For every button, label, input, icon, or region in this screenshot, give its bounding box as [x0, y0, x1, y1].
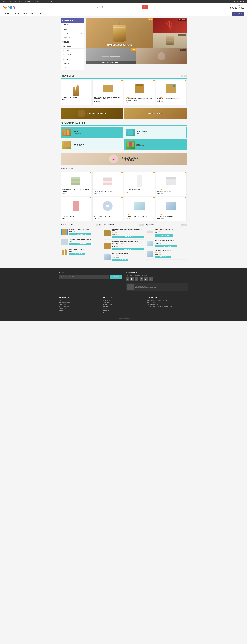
wish-list-link[interactable]: WISH LIST (0): [14, 1, 23, 2]
product-price-wrapper: 40$ 50$: [158, 192, 185, 194]
pop-cat-cardboard[interactable]: CARDBOARD 5 PRODUCTS: [60, 139, 123, 150]
pinterest-icon[interactable]: P: [140, 277, 143, 281]
footer-email[interactable]: info@demosite.org: [147, 304, 188, 305]
add-to-cart-button[interactable]: 🛒 ADD TO CART: [155, 245, 177, 247]
footer-link-specials[interactable]: Specials: [103, 312, 144, 314]
sidebar-item-bags[interactable]: BAGS: [61, 27, 84, 32]
product-price: 72$: [94, 218, 97, 220]
next-button[interactable]: ▶: [184, 224, 186, 226]
footer-phone: 000 2345 6789: [147, 302, 188, 303]
subscribe-button[interactable]: SUBSCRIBE: [110, 275, 122, 279]
add-to-cart-button[interactable]: 🛒 ADD TO CART: [155, 256, 171, 258]
sidebar-item-party[interactable]: PARTY: [61, 66, 84, 70]
add-to-cart-button[interactable]: 🛒 ADD TO CART: [112, 248, 144, 250]
search-input[interactable]: [96, 5, 142, 9]
google-plus-icon[interactable]: G+: [130, 277, 134, 281]
footer-link-gift-certs[interactable]: Gift Certificates: [103, 304, 144, 305]
footer-link-blog[interactable]: Blog: [59, 312, 100, 314]
footer-link-order-history[interactable]: Order History: [103, 302, 144, 303]
footer: NEWSLETTER SUBSCRIBE GET CONNECTED Like,…: [0, 268, 247, 321]
sidebar-item-holiday[interactable]: HOLIDAY ►: [61, 48, 84, 53]
paper-boxes-banner[interactable]: Paper Boxes: [153, 33, 186, 48]
pop-cat-tissues[interactable]: TISSUES 4 PRODUCTS: [60, 127, 123, 138]
next-button[interactable]: ▶: [141, 224, 144, 226]
sidebar-item-food-bakery[interactable]: FOOD / BAKERY: [61, 44, 84, 48]
product-name: CORRUGATED PAPER: [62, 96, 90, 98]
logo[interactable]: MARKET PAPER: [2, 4, 15, 10]
footer-link-privacy[interactable]: Privacy Policy: [59, 304, 100, 305]
sale-badge: [90, 172, 91, 173]
gift-wrap-banner[interactable]: Gift Wrap: [136, 48, 186, 64]
youtube-icon[interactable]: ▶: [144, 277, 148, 281]
prev-button[interactable]: ◀: [96, 224, 98, 226]
holiday-banner[interactable]: 🌸 HOLIDAY BASKETS GIFT BOX: [60, 153, 186, 165]
next-button[interactable]: ▶: [98, 224, 101, 226]
my-account-link[interactable]: MY ACCOUNT: [2, 1, 12, 2]
add-to-cart-button[interactable]: 🛒 ADD TO CART: [70, 243, 92, 245]
main-banner[interactable]: GIFT PACKAGING SUPPLIES SALE: [86, 18, 153, 48]
prev-button[interactable]: ◀: [138, 224, 141, 226]
food-bakery-promo[interactable]: 🍎 FOOD / BAKERY BOXES: [60, 108, 123, 119]
bubble-image: [166, 202, 176, 210]
sidebar-item-tissues[interactable]: TISSUES: [61, 40, 84, 44]
section-header-popular: POPULAR CATEGORIES: [60, 122, 186, 126]
mini-product-price: 64$: [112, 246, 115, 248]
add-to-cart-button[interactable]: 🛒 ADD TO CART: [70, 253, 85, 255]
checkout-link[interactable]: CHECKOUT: [44, 1, 52, 2]
add-to-cart-button[interactable]: 🛒 ADD TO CART: [155, 234, 174, 236]
cart-button[interactable]: 🛒 CART: 0: [232, 12, 244, 16]
currency-selector[interactable]: $ USD: [240, 1, 244, 2]
sidebar-item-boxes[interactable]: BOXES: [61, 23, 84, 27]
footer-link-vouchers[interactable]: Vouchers: [103, 310, 144, 312]
newsletter-input[interactable]: [59, 275, 109, 279]
envelopes-image: [71, 176, 80, 185]
mini-product-old-price: 22$: [116, 234, 118, 235]
next-button[interactable]: ▶: [184, 75, 186, 77]
gift-wrap-tag: Gift Wrap: [180, 49, 186, 51]
footer-link-wish-list[interactable]: Wish List: [103, 306, 144, 307]
top-rated-title: TOP RATED ◀ ▶: [104, 224, 144, 227]
footer-link-terms[interactable]: Terms & Conditions: [59, 306, 100, 307]
prev-button[interactable]: ◀: [181, 75, 183, 77]
footer-account-title: MY ACCOUNT: [103, 297, 144, 298]
footer-link-brands[interactable]: Brands: [103, 308, 144, 310]
bubble-mini: [104, 254, 110, 260]
mini-product-name: CORRUGATED PAPER: [70, 248, 85, 250]
facebook-icon[interactable]: f: [149, 277, 152, 281]
sidebar-item-floral[interactable]: FLORAL: [61, 57, 84, 62]
prev-button[interactable]: ◀: [182, 224, 184, 226]
sidebar-item-gift-wrap[interactable]: GIFT WRAP: [61, 36, 84, 40]
footer-link-returns[interactable]: Returns: [59, 310, 100, 312]
foil-strip: [102, 56, 109, 56]
mini-product-image: [104, 254, 111, 261]
search-button[interactable]: 🔍: [142, 5, 148, 9]
bubble-wrap-mini: [61, 239, 68, 245]
grocery-promo[interactable]: GROCERY BOXES: [124, 108, 186, 119]
footer-link-contact[interactable]: Contact Us: [59, 308, 100, 310]
pop-cat-boxes[interactable]: BOXES 6 PRODUCTS: [124, 139, 186, 150]
sidebar-item-tins-jars[interactable]: TINS / JARS: [61, 53, 84, 57]
rss-icon[interactable]: ∿: [126, 277, 129, 281]
add-to-cart-button[interactable]: 🛒 ADD TO CART: [112, 236, 144, 238]
add-to-cart-button[interactable]: 🛒 ADD TO CART: [112, 259, 128, 261]
pop-cat-tins[interactable]: TINS / JARS 3 PRODUCTS: [124, 127, 186, 138]
confectionery-banner[interactable]: FOR CONFECTIONERY SALE: [86, 48, 136, 64]
sidebar-item-label: CRAFTS: [62, 62, 69, 64]
footer-link-my-account[interactable]: My Account: [103, 300, 144, 301]
nav-contact[interactable]: CONTACT US: [21, 11, 36, 16]
food-bakery-banner-top[interactable]: Food/Bakery: [153, 18, 186, 33]
nav-blog[interactable]: BLOG: [35, 11, 44, 16]
nav-about[interactable]: ABOUT: [12, 11, 21, 16]
label3: [103, 181, 112, 183]
product-compare-link[interactable]: PRODUCT COMPARE (0): [25, 1, 42, 2]
add-to-cart-button[interactable]: 🛒 ADD TO CART: [70, 233, 92, 236]
box2: [129, 142, 132, 146]
sidebar-item-ribbon[interactable]: RIBBON ►: [61, 32, 84, 36]
language-selector[interactable]: ENGLISH: [232, 1, 239, 2]
box-line: [114, 28, 125, 29]
nav-home[interactable]: HOME: [2, 11, 12, 16]
twitter-icon[interactable]: t: [135, 277, 138, 281]
sidebar-item-crafts[interactable]: CRAFTS: [61, 62, 84, 66]
footer-link-delivery[interactable]: Delivery Information: [59, 302, 100, 303]
footer-link-about[interactable]: About: [59, 300, 100, 301]
